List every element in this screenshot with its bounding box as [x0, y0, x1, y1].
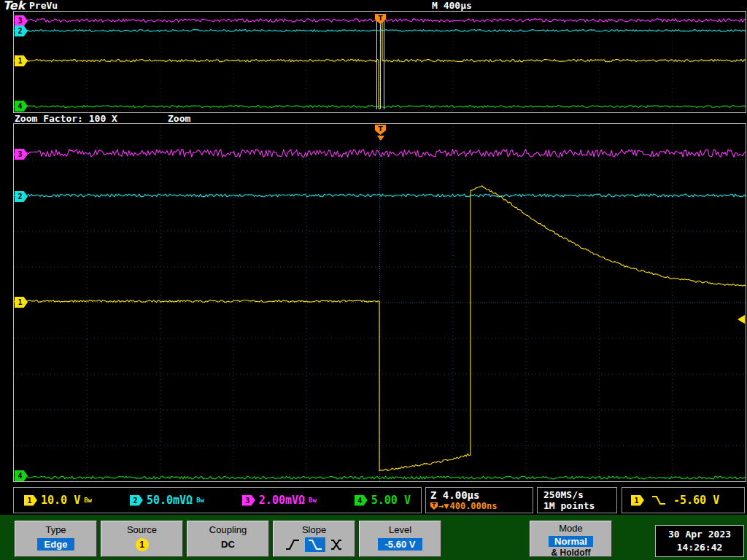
channel-1-badge: 1 — [24, 495, 37, 506]
time-label: 14:26:42 — [677, 541, 723, 554]
trigger-coupling-button[interactable]: Coupling DC — [187, 521, 269, 557]
trigger-down-arrow-icon — [377, 136, 384, 141]
channel-3-scale: 2.00mVΩ — [259, 494, 305, 507]
oscilloscope-screen: Tek PreVu M 400µs T 3 2 1 4 Zoom Factor:… — [0, 0, 747, 560]
channel-readout-bar: 1 10.0 V Bw 2 50.0mVΩ Bw 3 2.00mVΩ Bw 4 … — [13, 487, 422, 513]
zoom-traces — [14, 124, 746, 481]
falling-slope-icon — [306, 538, 324, 551]
bandwidth-limit-icon: Bw — [196, 497, 204, 504]
overview-traces — [14, 12, 746, 112]
record-length-readout: 1M points — [543, 500, 611, 511]
button-title: Coupling — [187, 524, 268, 535]
main-timebase-readout: M 400µs — [432, 0, 472, 11]
channel-4-badge: 4 — [355, 495, 368, 506]
channel-2-readout: 2 50.0mVΩ Bw — [130, 494, 204, 507]
trigger-flag-icon: T — [430, 502, 438, 510]
sample-rate-readout: 250MS/s — [543, 489, 611, 500]
trigger-mode-button[interactable]: Mode Normal & Holdoff — [530, 521, 612, 557]
falling-edge-icon — [651, 494, 667, 506]
zoom-factor-readout: Zoom Factor: 100 X — [15, 113, 117, 124]
date-label: 30 Apr 2023 — [668, 528, 731, 541]
button-title: Mode — [530, 523, 611, 534]
zoom-region-left-bracket — [376, 15, 377, 109]
button-value-2: & Holdoff — [530, 548, 611, 558]
channel-4-scale: 5.00 V — [371, 494, 411, 507]
button-value: DC — [217, 538, 239, 551]
channel-2-scale: 50.0mVΩ — [147, 494, 193, 507]
button-title: Source — [101, 524, 182, 535]
channel-1-scale: 10.0 V — [41, 494, 80, 507]
trigger-delay-readout: T →▼ 400.000ns — [430, 501, 528, 511]
channel-1-readout: 1 10.0 V Bw — [24, 494, 92, 507]
zoom-scale-readout-box: Z 4.00µs T →▼ 400.000ns — [425, 487, 533, 513]
acquisition-status: PreVu — [29, 0, 58, 11]
trigger-level-button[interactable]: Level -5.60 V — [359, 521, 441, 557]
button-title: Level — [360, 524, 441, 535]
button-title: Slope — [274, 524, 355, 535]
delay-value: 400.000ns — [449, 501, 497, 511]
both-slopes-icon — [329, 538, 345, 551]
bandwidth-limit-icon: Bw — [309, 497, 317, 504]
zoom-waveform-window: T 3 2 1 4 — [13, 123, 746, 482]
overview-waveform-window: T 3 2 1 4 — [13, 11, 746, 113]
falling-slope-selected — [305, 537, 325, 552]
channel-2-badge: 2 — [130, 495, 143, 506]
trigger-level-readout: -5.60 V — [673, 494, 719, 507]
button-value: Normal — [549, 536, 593, 547]
trigger-slope-button[interactable]: Slope — [273, 521, 355, 557]
button-value: Edge — [37, 538, 75, 551]
rising-slope-icon — [284, 538, 301, 551]
channel-3-badge: 3 — [242, 495, 255, 506]
zoom-region-right-bracket — [384, 15, 384, 109]
zoom-readout-bar: Zoom Factor: 100 X Zoom Position: 0.00 s — [15, 113, 117, 123]
datetime-display: 30 Apr 2023 14:26:42 — [655, 525, 744, 557]
acquisition-readout-box: 250MS/s 1M points — [537, 487, 617, 513]
channel-3-readout: 3 2.00mVΩ Bw — [242, 494, 317, 507]
zoom-timebase-readout: Z 4.00µs — [430, 489, 528, 501]
trigger-source-badge: 1 — [631, 495, 644, 506]
source-channel-badge: 1 — [136, 538, 149, 551]
channel-4-readout: 4 5.00 V — [355, 494, 411, 507]
trigger-type-button[interactable]: Type Edge — [15, 521, 97, 557]
button-title: Type — [15, 524, 96, 535]
trigger-source-button[interactable]: Source 1 — [101, 521, 183, 557]
delay-arrow-icons: →▼ — [438, 501, 449, 511]
bandwidth-limit-icon: Bw — [84, 497, 92, 504]
button-value: -5.60 V — [378, 538, 423, 551]
trigger-readout-box: 1 -5.60 V — [622, 487, 745, 513]
